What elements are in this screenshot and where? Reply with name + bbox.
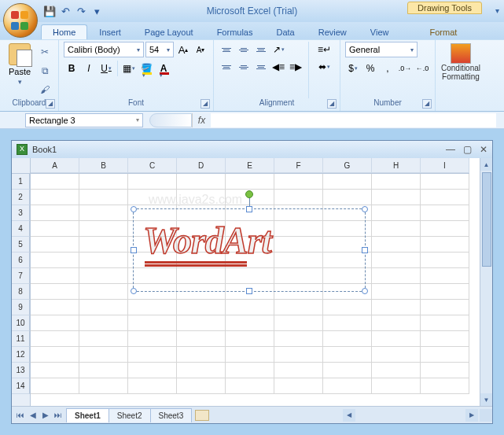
shape-selection[interactable]: WordArt [133, 208, 366, 292]
cell[interactable] [226, 174, 274, 190]
row-header[interactable]: 12 [12, 347, 30, 363]
cell[interactable] [79, 331, 128, 347]
row-header[interactable]: 2 [12, 190, 30, 205]
scroll-down-icon[interactable]: ▼ [480, 393, 492, 406]
font-size-combo[interactable]: 54▾ [145, 42, 174, 57]
cell[interactable] [79, 347, 128, 363]
row-header[interactable]: 7 [12, 268, 30, 284]
cell[interactable] [323, 174, 372, 190]
align-left-button[interactable] [219, 59, 234, 75]
name-box[interactable]: Rectangle 3▾ [25, 113, 143, 127]
underline-button[interactable]: U [98, 61, 114, 76]
new-sheet-button[interactable] [195, 410, 209, 421]
vertical-scrollbar[interactable]: ▲ ▼ [480, 158, 492, 406]
cell[interactable] [323, 363, 372, 378]
minimize-icon[interactable]: — [446, 144, 455, 155]
rotate-handle[interactable] [245, 190, 253, 198]
cell[interactable] [323, 190, 372, 205]
cell[interactable] [31, 300, 79, 315]
maximize-icon[interactable]: ▢ [463, 144, 472, 155]
align-middle-button[interactable] [236, 42, 252, 57]
font-name-combo[interactable]: Calibri (Body)▾ [64, 42, 144, 57]
grow-font-button[interactable]: A▴ [175, 42, 191, 57]
cell[interactable] [274, 331, 323, 347]
cell[interactable] [421, 363, 469, 378]
border-button[interactable]: ▦ [121, 61, 137, 76]
cell[interactable] [226, 331, 274, 347]
cell[interactable] [31, 174, 79, 190]
cell[interactable] [372, 268, 421, 284]
sheet-nav-last-icon[interactable]: ⏭ [53, 411, 64, 419]
tab-home[interactable]: Home [41, 24, 87, 39]
cell[interactable] [128, 174, 177, 190]
cell[interactable] [79, 378, 128, 394]
cell[interactable] [421, 331, 469, 347]
cell[interactable] [31, 284, 79, 300]
align-right-button[interactable] [253, 59, 269, 75]
col-header[interactable]: B [79, 158, 128, 173]
scroll-left-icon[interactable]: ◀ [343, 409, 355, 422]
dialog-launcher-icon[interactable]: ◢ [422, 99, 432, 109]
dialog-launcher-icon[interactable]: ◢ [327, 99, 337, 109]
bold-button[interactable]: B [64, 61, 79, 76]
cell[interactable] [177, 331, 226, 347]
cell[interactable] [79, 300, 128, 315]
cell[interactable] [128, 363, 177, 378]
cell[interactable] [79, 221, 128, 237]
cell[interactable] [372, 300, 421, 315]
cell-grid[interactable]: www.java2s.com [31, 174, 480, 406]
cell[interactable] [128, 331, 177, 347]
cell[interactable] [226, 347, 274, 363]
cell[interactable] [226, 363, 274, 378]
cell[interactable] [274, 174, 323, 190]
cell[interactable] [372, 363, 421, 378]
cell[interactable] [79, 363, 128, 378]
col-header[interactable]: G [323, 158, 372, 173]
col-header[interactable]: C [128, 158, 177, 173]
copy-button[interactable]: ⧉ [36, 62, 53, 79]
col-header[interactable]: F [274, 158, 323, 173]
cell[interactable] [372, 347, 421, 363]
tab-insert[interactable]: Insert [87, 24, 133, 39]
cell[interactable] [128, 378, 177, 394]
dialog-launcher-icon[interactable]: ◢ [46, 99, 55, 109]
scroll-thumb[interactable] [482, 172, 491, 267]
row-header[interactable]: 13 [12, 363, 30, 378]
row-header[interactable]: 6 [12, 253, 30, 268]
cell[interactable] [372, 174, 421, 190]
sheet-tab-3[interactable]: Sheet3 [150, 408, 193, 422]
align-bottom-button[interactable] [253, 42, 269, 57]
cell[interactable] [31, 253, 79, 268]
cell[interactable] [372, 331, 421, 347]
cell[interactable] [79, 268, 128, 284]
cell[interactable] [226, 378, 274, 394]
cell[interactable] [31, 347, 79, 363]
resize-handle-sw[interactable] [131, 288, 137, 294]
scroll-up-icon[interactable]: ▲ [480, 158, 492, 171]
merge-center-button[interactable]: ⬌ [314, 59, 335, 75]
currency-button[interactable]: $ [345, 61, 361, 76]
row-header[interactable]: 3 [12, 205, 30, 221]
conditional-formatting-button[interactable]: Conditional Formatting [440, 42, 481, 98]
select-all-button[interactable] [12, 158, 31, 174]
cell[interactable] [128, 315, 177, 331]
cell[interactable] [177, 174, 226, 190]
cell[interactable] [421, 284, 469, 300]
cell[interactable] [323, 300, 372, 315]
title-caret-icon[interactable]: ▾ [495, 6, 499, 15]
cell[interactable] [372, 284, 421, 300]
resize-handle-e[interactable] [362, 247, 368, 253]
workbook-titlebar[interactable]: Book1 — ▢ ✕ [12, 141, 492, 158]
cell[interactable] [372, 253, 421, 268]
undo-icon[interactable]: ↶ [58, 4, 72, 18]
cell[interactable] [372, 378, 421, 394]
cell[interactable] [421, 221, 469, 237]
wrap-text-button[interactable]: ≡↵ [314, 42, 335, 57]
cell[interactable] [79, 315, 128, 331]
qat-more-icon[interactable]: ▾ [90, 4, 104, 18]
cell[interactable] [372, 315, 421, 331]
sheet-nav-first-icon[interactable]: ⏮ [15, 411, 26, 419]
save-icon[interactable]: 💾 [42, 4, 57, 18]
cell[interactable] [79, 284, 128, 300]
cell[interactable] [421, 378, 469, 394]
